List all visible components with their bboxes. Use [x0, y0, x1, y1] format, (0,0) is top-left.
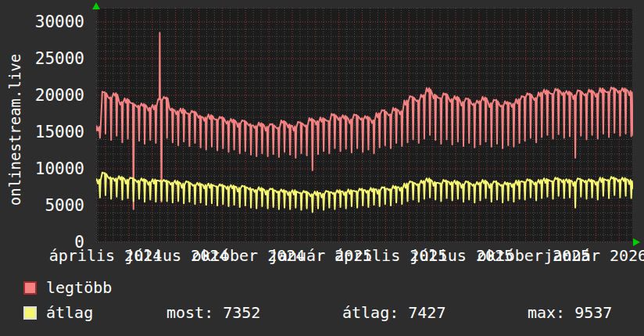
x-axis-arrow-icon: [633, 238, 640, 246]
legend-swatch-atlag: [23, 306, 37, 320]
y-axis-tick-label: 10000: [0, 159, 84, 179]
y-axis-tick-label: 25000: [0, 48, 84, 69]
graph-frame: onlinestream.live 0500010000150002000025…: [0, 0, 644, 336]
chart-canvas: [96, 8, 633, 242]
stat-max: max: 9537: [528, 303, 612, 322]
stat-atlag: átlag: 7427: [342, 303, 445, 322]
y-axis-tick-label: 15000: [0, 122, 84, 142]
x-axis-label: január 2026: [544, 246, 644, 265]
y-axis-tick-label: 20000: [0, 85, 84, 105]
stat-most: most: 7352: [166, 303, 260, 322]
y-axis-arrow-icon: [92, 2, 100, 9]
y-axis-tick-label: 5000: [0, 195, 84, 216]
legend-label-legtobb: legtöbb: [46, 278, 112, 297]
legend-swatch-legtobb: [23, 281, 37, 295]
legend-label-atlag: átlag: [46, 303, 93, 322]
y-axis-tick-label: 30000: [0, 12, 84, 32]
